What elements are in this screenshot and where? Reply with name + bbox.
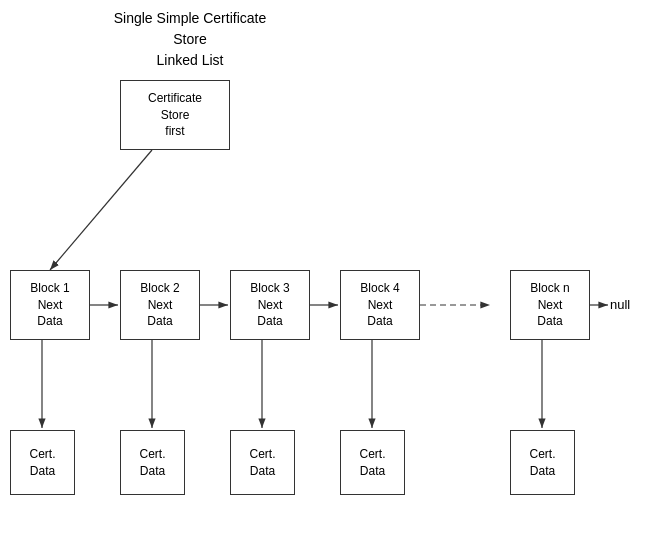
title-line3: Linked List <box>157 52 224 68</box>
block-4: Block 4NextData <box>340 270 420 340</box>
title-line2: Store <box>173 31 206 47</box>
block-n: Block nNextData <box>510 270 590 340</box>
cert-data-1: Cert.Data <box>10 430 75 495</box>
cert-store-label: CertificateStorefirst <box>148 90 202 140</box>
svg-line-2 <box>50 150 152 270</box>
title-line1: Single Simple Certificate <box>114 10 267 26</box>
cert-data-4: Cert.Data <box>340 430 405 495</box>
cert-data-n: Cert.Data <box>510 430 575 495</box>
diagram: Single Simple Certificate Store Linked L… <box>0 0 647 547</box>
cert-data-2: Cert.Data <box>120 430 185 495</box>
diagram-title: Single Simple Certificate Store Linked L… <box>60 8 320 71</box>
block-2: Block 2NextData <box>120 270 200 340</box>
cert-data-3: Cert.Data <box>230 430 295 495</box>
block-1: Block 1NextData <box>10 270 90 340</box>
null-label: null <box>610 297 630 312</box>
cert-store-box: CertificateStorefirst <box>120 80 230 150</box>
block-3: Block 3NextData <box>230 270 310 340</box>
